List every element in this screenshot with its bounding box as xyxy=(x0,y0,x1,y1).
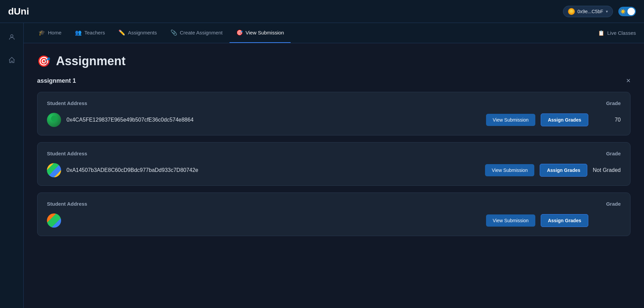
main-layout: 🎓 Home 👥 Teachers ✏️ Assignments 📎 Creat… xyxy=(0,23,644,308)
wallet-icon: 🪙 xyxy=(568,8,575,15)
view-submission-tab-icon: 🎯 xyxy=(236,29,243,36)
view-submission-button-3[interactable]: View Submission xyxy=(486,214,535,227)
brand-logo: dUni xyxy=(8,6,29,17)
assign-grades-button-3[interactable]: Assign Grades xyxy=(541,214,588,227)
page-title: Assignment xyxy=(56,54,126,68)
theme-toggle[interactable]: ☀️ xyxy=(618,7,636,16)
card-actions-2: View Submission Assign Grades xyxy=(485,164,587,177)
content-area: 🎓 Home 👥 Teachers ✏️ Assignments 📎 Creat… xyxy=(24,23,644,308)
live-classes-link[interactable]: 📋 Live Classes xyxy=(598,30,636,36)
top-header: dUni 🪙 0x9e...C5bF ▾ ☀️ xyxy=(0,0,644,23)
grade-label-3: Grade xyxy=(606,201,621,207)
tab-teachers[interactable]: 👥 Teachers xyxy=(68,23,112,43)
svg-point-0 xyxy=(10,35,13,37)
create-assignment-tab-icon: 📎 xyxy=(170,29,177,36)
card-row-3: View Submission Assign Grades xyxy=(47,213,621,228)
assignment-name: assignment 1 xyxy=(37,77,76,84)
student-address-1: 0x4CA5FE129837E965e49b507cfE36c0dc574e88… xyxy=(66,117,481,123)
card-actions-3: View Submission Assign Grades xyxy=(486,214,588,227)
live-classes-icon: 📋 xyxy=(598,30,605,36)
view-submission-button-2[interactable]: View Submission xyxy=(485,164,534,176)
student-address-label-3: Student Address xyxy=(47,201,87,207)
tab-view-submission[interactable]: 🎯 View Submission xyxy=(230,23,291,43)
page-content: 🎯 Assignment assignment 1 × Student Addr… xyxy=(24,43,644,308)
card-header-1: Student Address Grade xyxy=(47,100,621,106)
tab-create-assignment[interactable]: 📎 Create Assignment xyxy=(164,23,230,43)
student-address-label-1: Student Address xyxy=(47,100,87,106)
card-row-1: 0x4CA5FE129837E965e49b507cfE36c0dc574e88… xyxy=(47,113,621,127)
grade-value-1: 70 xyxy=(594,117,621,123)
sidebar-home-icon[interactable] xyxy=(6,54,18,66)
grade-label-2: Grade xyxy=(606,151,621,156)
home-tab-icon: 🎓 xyxy=(38,29,45,36)
student-avatar-3 xyxy=(47,213,61,228)
assignments-tab-icon: ✏️ xyxy=(118,29,125,36)
view-submission-button-1[interactable]: View Submission xyxy=(486,114,535,126)
chevron-down-icon: ▾ xyxy=(606,9,608,14)
submission-card-2: Student Address Grade 0xA14507b3ADE8C60c… xyxy=(37,142,630,186)
header-right: 🪙 0x9e...C5bF ▾ ☀️ xyxy=(563,6,636,17)
sun-icon: ☀️ xyxy=(620,9,626,14)
tab-assignments[interactable]: ✏️ Assignments xyxy=(112,23,164,43)
page-title-row: 🎯 Assignment xyxy=(37,54,630,68)
card-actions-1: View Submission Assign Grades xyxy=(486,113,588,126)
submission-card-1: Student Address Grade 0x4CA5FE129837E965… xyxy=(37,92,630,135)
student-address-label-2: Student Address xyxy=(47,151,87,156)
wallet-badge[interactable]: 🪙 0x9e...C5bF ▾ xyxy=(563,6,613,17)
card-header-3: Student Address Grade xyxy=(47,201,621,207)
sidebar xyxy=(0,23,24,308)
assign-grades-button-2[interactable]: Assign Grades xyxy=(540,164,587,177)
student-avatar-2 xyxy=(47,163,61,177)
close-button[interactable]: × xyxy=(626,76,630,85)
card-header-2: Student Address Grade xyxy=(47,151,621,156)
assignment-label-row: assignment 1 × xyxy=(37,76,630,85)
grade-value-2: Not Graded xyxy=(593,167,621,173)
sidebar-profile-icon[interactable] xyxy=(6,31,18,43)
tab-home[interactable]: 🎓 Home xyxy=(32,23,68,43)
submission-card-3: Student Address Grade View Submission As… xyxy=(37,192,630,236)
student-avatar-1 xyxy=(47,113,61,127)
assign-grades-button-1[interactable]: Assign Grades xyxy=(541,113,588,126)
toggle-circle xyxy=(627,8,635,15)
page-title-icon: 🎯 xyxy=(37,55,51,68)
nav-tabs: 🎓 Home 👥 Teachers ✏️ Assignments 📎 Creat… xyxy=(24,23,644,43)
teachers-tab-icon: 👥 xyxy=(75,29,82,36)
wallet-address: 0x9e...C5bF xyxy=(578,9,603,14)
student-address-2: 0xA14507b3ADE8C60cD9Bdc977baDd933c7D8074… xyxy=(66,167,480,173)
card-row-2: 0xA14507b3ADE8C60cD9Bdc977baDd933c7D8074… xyxy=(47,163,621,177)
grade-label-1: Grade xyxy=(606,100,621,106)
